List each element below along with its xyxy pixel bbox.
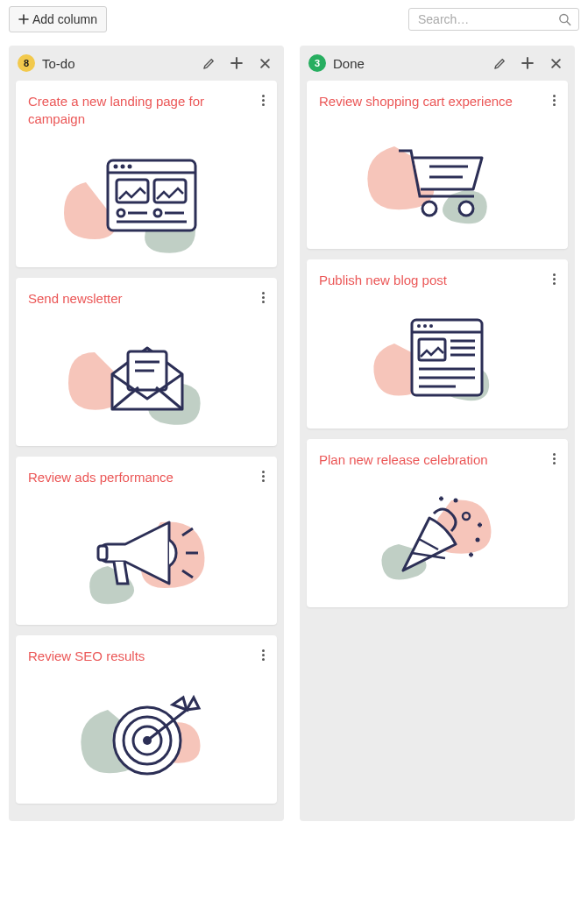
card-title: Create a new landing page for campaign bbox=[28, 93, 253, 129]
target-icon bbox=[28, 670, 266, 793]
edit-column-button[interactable] bbox=[489, 53, 510, 74]
kanban-board: 8 To-do Create a new landing page for ca… bbox=[0, 37, 588, 821]
add-column-button[interactable]: Add column bbox=[9, 6, 107, 32]
card-list[interactable]: Create a new landing page for campaign S… bbox=[9, 81, 284, 821]
close-icon bbox=[259, 58, 271, 69]
column-todo: 8 To-do Create a new landing page for ca… bbox=[9, 46, 284, 821]
pencil-icon bbox=[202, 57, 216, 70]
column-count-badge: 3 bbox=[308, 54, 326, 72]
plus-icon bbox=[18, 14, 29, 25]
card[interactable]: Send newsletter bbox=[16, 278, 277, 446]
megaphone-icon bbox=[28, 492, 266, 614]
card-title: Review SEO results bbox=[28, 648, 253, 665]
edit-column-button[interactable] bbox=[198, 53, 219, 74]
column-done: 3 Done Review shopping cart experience bbox=[300, 46, 575, 821]
card-menu-button[interactable] bbox=[551, 272, 557, 287]
card[interactable]: Plan new release celebration bbox=[307, 439, 568, 607]
column-header: 3 Done bbox=[300, 46, 575, 81]
card-title: Publish new blog post bbox=[319, 272, 544, 289]
card-title: Review shopping cart experience bbox=[319, 93, 544, 110]
svg-line-46 bbox=[567, 22, 570, 25]
card[interactable]: Publish new blog post bbox=[307, 259, 568, 428]
add-card-button[interactable] bbox=[517, 53, 538, 74]
column-header: 8 To-do bbox=[9, 46, 284, 81]
card[interactable]: Review shopping cart experience bbox=[307, 81, 568, 249]
card[interactable]: Review ads performance bbox=[16, 457, 277, 625]
add-column-label: Add column bbox=[32, 12, 97, 26]
card-title: Send newsletter bbox=[28, 290, 253, 308]
plus-icon bbox=[230, 57, 243, 69]
browser-icon bbox=[28, 134, 266, 257]
card-menu-button[interactable] bbox=[260, 469, 266, 484]
add-card-button[interactable] bbox=[226, 53, 247, 74]
search-icon bbox=[558, 12, 571, 26]
search-input[interactable] bbox=[416, 11, 558, 27]
close-column-button[interactable] bbox=[545, 53, 566, 74]
card[interactable]: Review SEO results bbox=[16, 635, 277, 804]
pencil-icon bbox=[493, 57, 507, 70]
search-field[interactable] bbox=[408, 8, 579, 31]
card-title: Plan new release celebration bbox=[319, 451, 544, 469]
envelope-icon bbox=[28, 313, 266, 436]
card-menu-button[interactable] bbox=[551, 451, 557, 466]
column-count-badge: 8 bbox=[18, 54, 35, 72]
celebrate-icon bbox=[319, 474, 557, 597]
close-column-button[interactable] bbox=[254, 53, 275, 74]
plus-icon bbox=[521, 57, 534, 69]
column-title: Done bbox=[333, 56, 482, 71]
column-title: To-do bbox=[42, 56, 191, 71]
card-title: Review ads performance bbox=[28, 469, 253, 486]
document-icon bbox=[319, 295, 557, 418]
card[interactable]: Create a new landing page for campaign bbox=[16, 81, 277, 267]
close-icon bbox=[550, 58, 562, 69]
card-menu-button[interactable] bbox=[260, 290, 266, 305]
card-menu-button[interactable] bbox=[551, 93, 557, 108]
card-menu-button[interactable] bbox=[260, 648, 266, 663]
card-list[interactable]: Review shopping cart experience Publish … bbox=[300, 81, 575, 821]
cart-icon bbox=[319, 116, 557, 238]
card-menu-button[interactable] bbox=[260, 93, 266, 108]
